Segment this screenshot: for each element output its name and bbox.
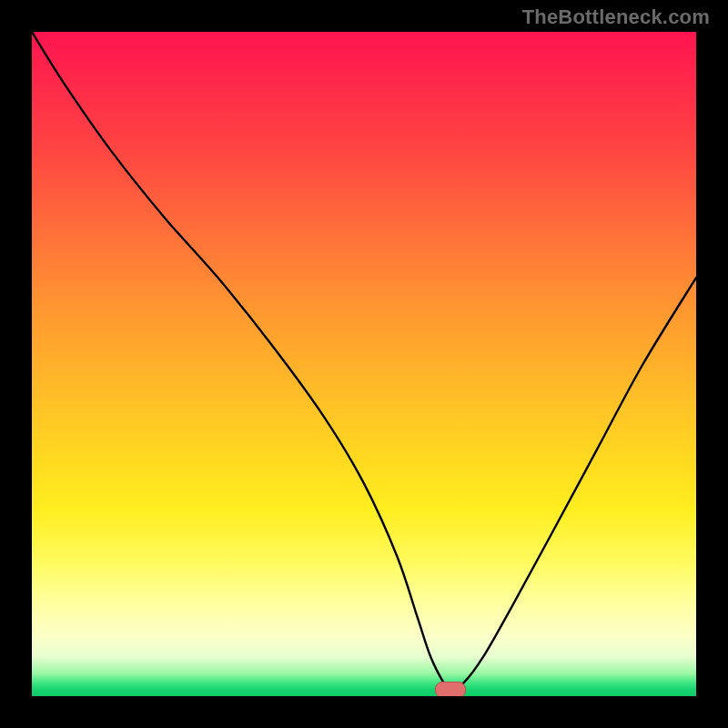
- plot-area: [32, 32, 696, 696]
- chart-frame: TheBottleneck.com: [0, 0, 728, 728]
- optimal-point-marker: [435, 682, 466, 696]
- bottleneck-curve: [32, 32, 696, 690]
- watermark-text: TheBottleneck.com: [522, 5, 710, 29]
- curve-layer: [32, 32, 696, 696]
